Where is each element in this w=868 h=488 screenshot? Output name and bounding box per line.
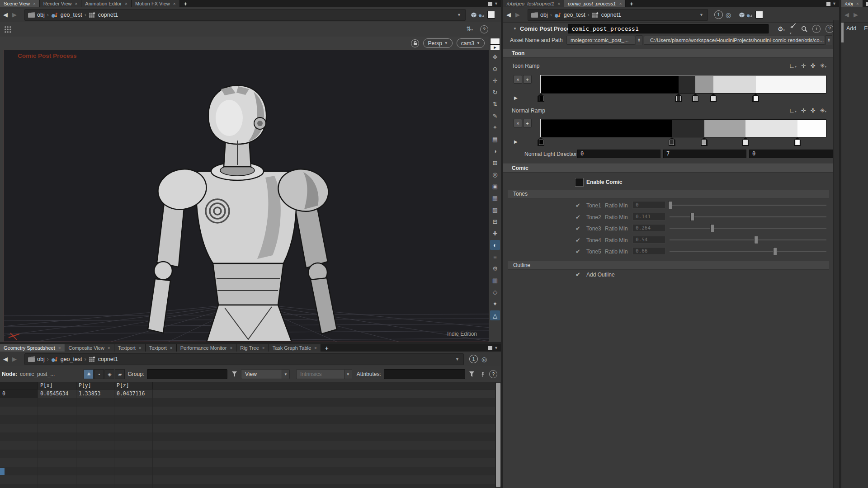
intrinsics-dropdown[interactable]: Intrinsics▼ bbox=[296, 369, 352, 379]
vertices-mode-button[interactable]: • bbox=[94, 369, 104, 379]
spinner-icon[interactable]: ▲▼ bbox=[636, 35, 642, 45]
chevron-down-icon[interactable]: ▼ bbox=[494, 346, 498, 350]
gear-icon[interactable]: ⚙▾ bbox=[778, 25, 785, 33]
pane-maximize-icon[interactable] bbox=[488, 346, 492, 350]
ramp-reverse-icon[interactable]: ✜ bbox=[811, 62, 816, 69]
ratio-min-field[interactable]: 0 bbox=[632, 201, 665, 209]
slider-handle[interactable] bbox=[710, 224, 714, 232]
viewport-tool-icon-17[interactable]: ◐ bbox=[490, 240, 500, 250]
ramp-key-marker[interactable] bbox=[794, 137, 801, 146]
node-value[interactable]: comic_post_... bbox=[20, 371, 55, 377]
ramp-key-marker[interactable] bbox=[538, 137, 544, 146]
close-icon[interactable]: × bbox=[75, 1, 78, 6]
channel-check-icon[interactable]: ✔ bbox=[576, 271, 580, 278]
scene-breadcrumb[interactable]: obj›geo_test›copnet1▼ bbox=[24, 9, 466, 21]
new-tab-button[interactable]: + bbox=[321, 344, 333, 352]
expand-toolbar-icon[interactable]: ► bbox=[491, 45, 500, 50]
breadcrumb-item-obj[interactable]: obj bbox=[28, 11, 45, 19]
viewport-tool-icon-16[interactable]: ✚ bbox=[490, 228, 500, 238]
viewport-tool-icon-19[interactable]: ⚙ bbox=[490, 263, 500, 273]
breadcrumb-item-obj[interactable]: obj bbox=[531, 11, 548, 19]
menu-item-edit[interactable]: Edit bbox=[864, 25, 868, 32]
remove-key-button[interactable]: × bbox=[514, 119, 522, 127]
forward-arrow-icon[interactable]: ▶ bbox=[851, 11, 860, 18]
channel-check-icon[interactable]: ✔ bbox=[576, 248, 580, 255]
close-icon[interactable]: × bbox=[125, 1, 127, 6]
close-icon[interactable]: × bbox=[58, 346, 61, 351]
tab-render-view[interactable]: Render View× bbox=[40, 0, 82, 7]
slider-handle[interactable] bbox=[754, 236, 758, 244]
column-header-Pz[interactable]: P[z] bbox=[114, 382, 153, 389]
channel-check-icon[interactable]: ✔ bbox=[576, 225, 580, 232]
menu-item-add[interactable]: Add bbox=[846, 25, 856, 32]
tab-composite-view[interactable]: Composite View× bbox=[65, 344, 114, 352]
new-tab-button[interactable]: + bbox=[626, 0, 637, 7]
node-name-input[interactable]: comic_post_process1 bbox=[568, 24, 769, 33]
ramp-key-marker[interactable] bbox=[669, 137, 675, 146]
ramp-spread-icon[interactable]: ✛ bbox=[801, 107, 806, 114]
link-number-badge[interactable]: 1 bbox=[714, 10, 723, 19]
spreadsheet-scrollbar[interactable] bbox=[495, 382, 501, 488]
brush-icon[interactable]: ▾ bbox=[790, 22, 796, 36]
3d-viewport[interactable]: Comic Post Process Indie Edition bbox=[4, 50, 489, 342]
add-key-button[interactable]: + bbox=[523, 119, 532, 127]
filter-funnel-icon[interactable] bbox=[230, 370, 238, 379]
forward-arrow-icon[interactable]: ▶ bbox=[513, 11, 522, 18]
toon-ramp-bar[interactable] bbox=[541, 75, 826, 94]
viewport-tool-icon-2[interactable]: ⊙ bbox=[490, 64, 500, 74]
color-swatch-icon[interactable] bbox=[755, 11, 763, 19]
ramp-key-marker[interactable] bbox=[742, 137, 749, 146]
viewport-tool-icon-9[interactable]: ◑ bbox=[490, 146, 500, 156]
view-dropdown[interactable]: View▼ bbox=[241, 369, 290, 379]
pin-target-icon[interactable]: ◎ bbox=[481, 356, 487, 363]
viewport-tool-icon-6[interactable]: ✎ bbox=[490, 111, 500, 121]
ramp-presets-icon[interactable]: ✳▾ bbox=[820, 62, 826, 69]
light-dir-z-field[interactable]: 0 bbox=[749, 150, 833, 158]
camera-lock-icon[interactable] bbox=[411, 39, 419, 47]
search-icon[interactable] bbox=[801, 26, 807, 32]
viewport-tool-icon-15[interactable]: ⊟ bbox=[490, 216, 500, 226]
ramp-reverse-icon[interactable]: ✜ bbox=[811, 107, 816, 114]
ramp-key-marker[interactable] bbox=[675, 94, 682, 102]
slider-handle[interactable] bbox=[690, 213, 694, 221]
color-swatch-icon[interactable] bbox=[487, 11, 495, 19]
chevron-down-icon[interactable]: ▼ bbox=[832, 1, 836, 6]
back-arrow-icon[interactable]: ◀ bbox=[1, 356, 10, 362]
pin-target-icon[interactable]: ◎ bbox=[726, 11, 731, 19]
forward-arrow-icon[interactable]: ▶ bbox=[10, 11, 19, 18]
ratio-min-field[interactable]: 0.66 bbox=[632, 247, 665, 255]
close-icon[interactable]: × bbox=[230, 346, 232, 351]
pane-controls[interactable]: ▼ bbox=[863, 0, 868, 7]
close-icon[interactable]: × bbox=[170, 346, 173, 351]
tab-animation-editor[interactable]: Animation Editor× bbox=[81, 0, 132, 7]
spinner-icon[interactable]: ▲▼ bbox=[826, 35, 832, 45]
parameter-breadcrumb[interactable]: obj›geo_test›copnet1▼ bbox=[528, 9, 708, 21]
close-icon[interactable]: × bbox=[557, 1, 560, 6]
viewport-tool-icon-21[interactable]: ◇ bbox=[490, 287, 500, 297]
ratio-min-slider[interactable] bbox=[670, 239, 826, 240]
pane-controls[interactable]: ▼ bbox=[486, 0, 501, 7]
parameter-scrollbar[interactable] bbox=[833, 20, 839, 488]
pane-controls[interactable]: ▼ bbox=[486, 344, 501, 352]
attributes-input[interactable] bbox=[384, 369, 465, 379]
tab-task-graph-table[interactable]: Task Graph Table× bbox=[269, 344, 321, 352]
primitives-mode-button[interactable]: ◈ bbox=[104, 369, 114, 379]
pane-controls[interactable]: ▼ bbox=[824, 0, 839, 7]
tab--obj-geo-test-copnet1[interactable]: /obj/geo_test/copnet1× bbox=[503, 0, 564, 7]
collapse-arrow-icon[interactable]: ▶ bbox=[514, 95, 518, 100]
new-tab-button[interactable]: + bbox=[180, 0, 192, 7]
subsection-header-tones[interactable]: Tones bbox=[508, 190, 829, 198]
chevron-down-icon[interactable]: ▼ bbox=[454, 357, 461, 361]
chevron-down-icon[interactable]: ▼ bbox=[698, 13, 705, 17]
tab-textport[interactable]: Textport× bbox=[146, 344, 177, 352]
ramp-flatten-icon[interactable]: ∟▾ bbox=[789, 107, 797, 114]
chevron-down-icon[interactable]: ▼ bbox=[513, 27, 517, 31]
shapes-icon[interactable] bbox=[477, 11, 485, 19]
close-icon[interactable]: × bbox=[173, 1, 176, 6]
pane-maximize-icon[interactable] bbox=[826, 2, 830, 6]
ramp-key-marker[interactable] bbox=[538, 94, 544, 102]
ratio-min-slider[interactable] bbox=[670, 251, 826, 252]
chevron-down-icon[interactable]: ▼ bbox=[456, 13, 462, 17]
viewport-tool-icon-22[interactable]: ✦ bbox=[490, 299, 500, 309]
ratio-min-slider[interactable] bbox=[670, 205, 826, 206]
